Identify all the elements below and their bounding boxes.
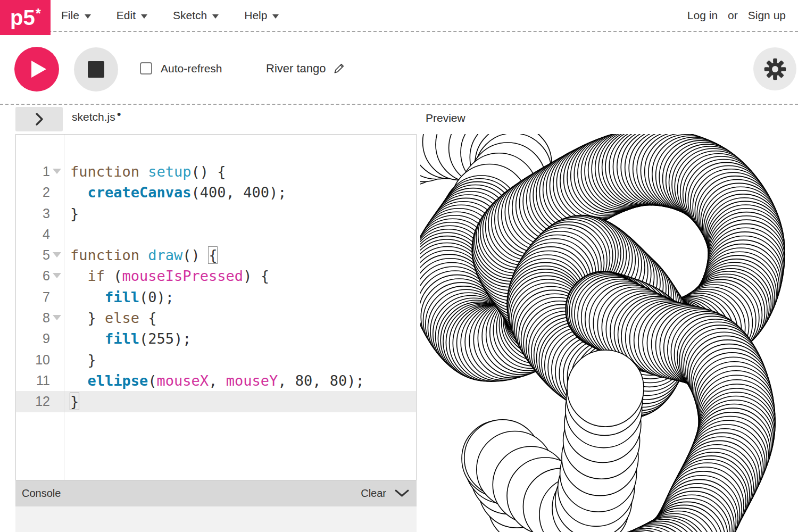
menu-file[interactable]: File [61, 9, 91, 22]
token-kw: if [88, 268, 105, 284]
code-editor[interactable]: 1function setup() {2 createCanvas(400, 4… [15, 134, 417, 480]
token-pl: (0); [139, 289, 174, 305]
line-number: 4 [16, 224, 50, 245]
signup-link[interactable]: Sign up [748, 9, 786, 22]
fold-slot [50, 203, 64, 224]
token-pl [70, 184, 88, 201]
fold-arrow-icon[interactable] [53, 252, 61, 257]
token-pl: } [70, 310, 105, 326]
line-number: 1 [16, 161, 50, 182]
token-var: mouseIsPressed [122, 268, 244, 284]
auto-refresh-label: Auto-refresh [161, 62, 222, 75]
line-number: 7 [16, 287, 50, 307]
fold-slot [50, 370, 64, 391]
line-number: 5 [16, 245, 50, 265]
code-line-7[interactable]: 7 fill(0); [16, 287, 416, 307]
token-var: mouseX [157, 372, 209, 389]
fold-slot [50, 391, 64, 412]
token-pl: ( [148, 372, 156, 389]
p5-logo[interactable]: p5* [0, 0, 51, 35]
unsaved-indicator: • [117, 111, 121, 118]
token-pl [139, 163, 148, 180]
token-kw: function [70, 163, 139, 180]
token-pl [70, 372, 88, 389]
chevron-down-icon [85, 14, 91, 19]
chevron-down-icon [212, 14, 219, 19]
fold-arrow-icon[interactable] [53, 315, 61, 320]
play-icon [30, 60, 47, 79]
chevron-right-icon [35, 112, 44, 126]
top-navbar: p5* FileEditSketchHelp Log in or Sign up [0, 0, 798, 32]
code-line-9[interactable]: 9 fill(255); [16, 328, 416, 349]
preview-canvas[interactable] [420, 134, 798, 532]
code-text: } [64, 203, 79, 224]
menu-help[interactable]: Help [244, 9, 279, 22]
code-line-12[interactable]: 12} [16, 391, 416, 412]
fold-slot [50, 245, 64, 265]
fold-arrow-icon[interactable] [53, 169, 61, 174]
console-actions: Clear [361, 487, 409, 500]
menu-label: Help [244, 9, 267, 22]
toolbar: Auto-refresh River tango [0, 32, 798, 105]
code-text: function draw() { [64, 245, 217, 265]
token-pl: () { [192, 163, 226, 180]
token-var: mouseY [226, 372, 278, 389]
menu-label: Sketch [173, 9, 207, 22]
fold-slot [50, 307, 64, 328]
stop-button[interactable] [74, 47, 118, 92]
auth-or-text: or [728, 9, 738, 22]
login-link[interactable]: Log in [687, 9, 718, 22]
line-number: 3 [16, 203, 50, 224]
line-number: 2 [16, 182, 50, 203]
chevron-down-icon [141, 14, 147, 19]
code-text: fill(255); [64, 328, 192, 349]
token-pl: { [209, 247, 217, 263]
code-line-8[interactable]: 8 } else { [16, 307, 416, 328]
fold-slot [50, 265, 64, 286]
chevron-down-icon[interactable] [395, 489, 409, 498]
menu-sketch[interactable]: Sketch [173, 9, 219, 22]
code-line-6[interactable]: 6 if (mouseIsPressed) { [16, 265, 416, 286]
token-pl: ( [105, 268, 122, 284]
play-button[interactable] [14, 47, 59, 92]
auto-refresh-checkbox[interactable] [140, 62, 152, 74]
code-line-1[interactable]: 1function setup() { [16, 161, 416, 182]
token-pl: (255); [139, 330, 192, 347]
settings-button[interactable] [753, 47, 796, 90]
code-line-4[interactable]: 4 [16, 224, 416, 245]
code-text: } [64, 391, 79, 412]
console-title: Console [22, 487, 61, 500]
sketch-name-group: River tango [266, 32, 345, 105]
token-pl [70, 268, 88, 284]
stop-icon [88, 61, 104, 78]
auth-links: Log in or Sign up [687, 0, 786, 31]
fold-slot [50, 350, 64, 370]
token-pl: } [70, 352, 96, 368]
sketch-name[interactable]: River tango [266, 62, 326, 76]
token-pl [70, 289, 105, 305]
console-clear-button[interactable]: Clear [361, 487, 386, 500]
token-fn: fill [105, 330, 139, 347]
fold-slot [50, 287, 64, 307]
token-pl: , [209, 372, 226, 389]
tab-sketch-js[interactable]: sketch.js • [72, 111, 121, 123]
token-pl [139, 247, 148, 263]
code-text: ellipse(mouseX, mouseY, 80, 80); [64, 370, 364, 391]
code-line-11[interactable]: 11 ellipse(mouseX, mouseY, 80, 80); [16, 370, 416, 391]
token-pl [70, 330, 105, 347]
edit-pencil-icon[interactable] [333, 62, 345, 74]
sidebar-expand-button[interactable] [15, 107, 63, 131]
fold-arrow-icon[interactable] [53, 273, 61, 278]
console-output [15, 506, 417, 532]
chevron-down-icon [272, 14, 279, 19]
menu-edit[interactable]: Edit [117, 9, 147, 22]
code-line-5[interactable]: 5function draw() { [16, 245, 416, 265]
code-line-10[interactable]: 10 } [16, 350, 416, 370]
line-number: 8 [16, 307, 50, 328]
token-pl: (400, 400); [192, 184, 287, 201]
fold-slot [50, 328, 64, 349]
line-number: 9 [16, 328, 50, 349]
fold-slot [50, 224, 64, 245]
code-line-2[interactable]: 2 createCanvas(400, 400); [16, 182, 416, 203]
code-line-3[interactable]: 3} [16, 203, 416, 224]
